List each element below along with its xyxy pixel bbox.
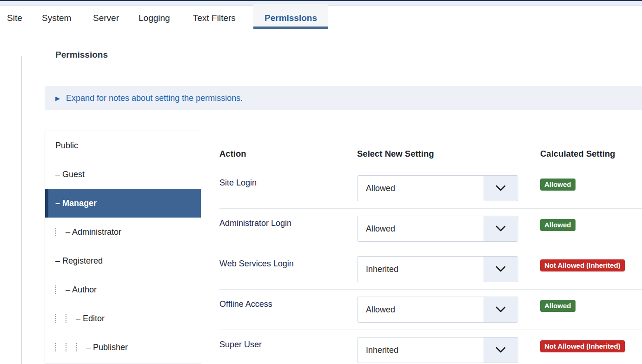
- group-label: – Registered: [55, 256, 103, 266]
- notes-toggle-label: Expand for notes about setting the permi…: [66, 93, 243, 103]
- global-configuration-page: Site System Server Logging Text Filters …: [0, 0, 642, 364]
- selected-option-label: Allowed: [366, 216, 395, 241]
- action-label: Site Login: [219, 178, 257, 188]
- triangle-right-icon: ▶: [55, 95, 60, 101]
- selected-option-label: Allowed: [366, 297, 395, 322]
- group-label: – Editor: [76, 314, 105, 324]
- group-label: – Publisher: [86, 343, 128, 352]
- level-indicator-icon: [66, 343, 66, 351]
- level-indicator-icon: [55, 343, 56, 351]
- chevron-down-icon: [483, 176, 518, 201]
- selected-option-label: Inherited: [366, 338, 398, 363]
- calculated-setting-badge: Allowed: [540, 219, 576, 231]
- group-item-editor[interactable]: – Editor: [45, 304, 201, 333]
- chevron-down-icon: [483, 257, 518, 282]
- setting-select-administrator-login[interactable]: Allowed: [357, 216, 518, 242]
- tab-text-filters[interactable]: Text Filters: [193, 11, 236, 25]
- table-row-web-services-login: Web Services Login Inherited Not Allowed…: [219, 249, 642, 290]
- calculated-setting-badge: Allowed: [540, 179, 576, 191]
- chevron-down-icon: [483, 338, 518, 363]
- setting-select-offline-access[interactable]: Allowed: [357, 297, 518, 323]
- permissions-table-header: Action Select New Setting Calculated Set…: [219, 139, 642, 168]
- tab-site[interactable]: Site: [7, 11, 22, 25]
- level-indicator-icon: [66, 314, 66, 323]
- tab-server[interactable]: Server: [93, 11, 119, 25]
- column-header-action: Action: [219, 149, 246, 159]
- column-header-calculated-setting: Calculated Setting: [540, 149, 615, 159]
- setting-select-web-services-login[interactable]: Inherited: [357, 256, 518, 282]
- group-item-public[interactable]: Public: [45, 131, 201, 160]
- permissions-panel-left-border: [21, 56, 22, 364]
- group-item-registered[interactable]: – Registered: [45, 246, 201, 275]
- table-row-administrator-login: Administrator Login Allowed Allowed: [219, 209, 642, 249]
- table-row-site-login: Site Login Allowed Allowed: [219, 168, 642, 209]
- level-indicator-icon: [55, 314, 56, 323]
- group-label: – Guest: [55, 170, 85, 179]
- level-indicator-icon: [55, 228, 56, 236]
- level-indicator-icon: [55, 285, 56, 294]
- selected-option-label: Allowed: [366, 176, 395, 201]
- chevron-down-icon: [483, 297, 518, 322]
- group-label: – Administrator: [66, 227, 121, 237]
- group-item-manager[interactable]: – Manager: [45, 189, 201, 218]
- setting-select-site-login[interactable]: Allowed: [357, 175, 518, 201]
- configuration-tab-bar: Site System Server Logging Text Filters …: [0, 6, 642, 29]
- table-row-super-user: Super User Inherited Not Allowed (Inheri…: [219, 330, 642, 364]
- action-label: Administrator Login: [219, 218, 291, 228]
- calculated-setting-badge: Not Allowed (Inherited): [540, 340, 625, 352]
- group-label: – Manager: [55, 199, 97, 208]
- level-indicator-icon: [76, 343, 77, 351]
- permissions-table: Action Select New Setting Calculated Set…: [219, 139, 642, 364]
- tab-logging[interactable]: Logging: [139, 11, 170, 25]
- column-header-select-new-setting: Select New Setting: [357, 149, 434, 159]
- action-label: Web Services Login: [219, 259, 294, 269]
- calculated-setting-badge: Not Allowed (Inherited): [540, 259, 625, 271]
- group-item-publisher[interactable]: – Publisher: [45, 333, 201, 362]
- group-label: – Author: [66, 285, 97, 295]
- action-label: Offline Access: [219, 299, 272, 309]
- permissions-notes-toggle[interactable]: ▶ Expand for notes about setting the per…: [45, 86, 642, 110]
- action-label: Super User: [219, 340, 262, 350]
- permissions-panel-legend: Permissions: [49, 50, 114, 60]
- chevron-down-icon: [483, 216, 518, 241]
- group-item-guest[interactable]: – Guest: [45, 160, 201, 189]
- group-item-administrator[interactable]: – Administrator: [45, 218, 201, 246]
- active-tab-underline: [253, 26, 328, 29]
- permissions-panel-top-border: [21, 56, 642, 56]
- group-item-author[interactable]: – Author: [45, 275, 201, 304]
- group-label: Public: [55, 141, 78, 151]
- calculated-setting-badge: Allowed: [540, 300, 576, 312]
- table-row-offline-access: Offline Access Allowed Allowed: [219, 290, 642, 330]
- user-group-list: Public – Guest – Manager – Administrator…: [45, 131, 201, 364]
- tab-system[interactable]: System: [42, 11, 71, 25]
- tab-permissions[interactable]: Permissions: [253, 11, 328, 25]
- selected-option-label: Inherited: [366, 257, 398, 282]
- setting-select-super-user[interactable]: Inherited: [357, 337, 518, 363]
